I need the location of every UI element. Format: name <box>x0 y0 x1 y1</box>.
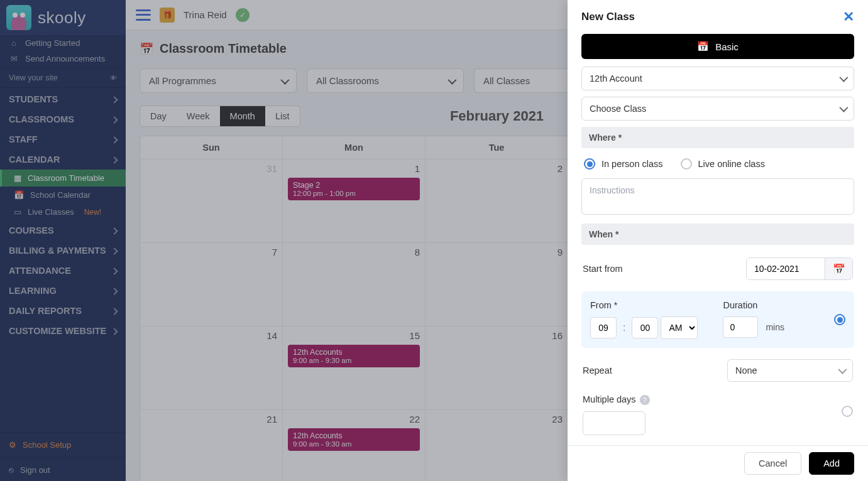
from-time-col: From * : AM <box>590 300 698 339</box>
radio-dot-icon <box>681 158 692 170</box>
multiple-days-input[interactable] <box>583 411 646 435</box>
start-from-label: Start from <box>583 264 623 274</box>
radio-label: Live online class <box>698 159 765 169</box>
account-select[interactable]: 12th Account <box>581 67 854 90</box>
minute-input[interactable] <box>632 317 658 338</box>
radio-inperson[interactable]: In person class <box>584 158 663 170</box>
panel-footer: Cancel Add <box>568 445 868 481</box>
duration-input[interactable] <box>723 316 758 338</box>
time-separator: : <box>619 322 629 333</box>
hour-input[interactable] <box>590 317 617 338</box>
repeat-row: Repeat None <box>581 353 854 388</box>
time-option-radio[interactable] <box>834 314 845 325</box>
close-icon[interactable] <box>843 9 854 25</box>
radio-dot-icon <box>842 406 853 417</box>
multiple-days-row: Multiple days? <box>581 388 854 441</box>
cancel-button[interactable]: Cancel <box>744 452 801 475</box>
start-date-field: 📅 <box>746 257 853 280</box>
mins-label: mins <box>766 322 784 332</box>
multiple-days-radio[interactable] <box>842 406 853 417</box>
ampm-select[interactable]: AM <box>661 316 698 339</box>
add-button[interactable]: Add <box>809 452 854 475</box>
when-section-label: When * <box>581 224 854 245</box>
calendar-icon: 📅 <box>697 41 709 52</box>
from-label: From * <box>590 300 698 310</box>
time-block: From * : AM Duration mins <box>581 291 854 348</box>
panel-title: New Class <box>581 11 635 23</box>
duration-label: Duration <box>723 300 784 310</box>
radio-dot-icon <box>834 314 845 325</box>
panel-header: New Class <box>568 0 868 34</box>
start-from-row: Start from 📅 <box>581 251 854 286</box>
new-class-panel: New Class 📅Basic 12th Account Choose Cla… <box>568 0 868 481</box>
repeat-select[interactable]: None <box>727 359 853 382</box>
radio-label: In person class <box>602 159 663 169</box>
select-value: 12th Account <box>590 73 642 84</box>
help-icon[interactable]: ? <box>640 395 650 405</box>
class-type-radios: In person class Live online class <box>581 154 854 178</box>
start-date-input[interactable] <box>747 258 825 279</box>
chevron-down-icon <box>840 104 846 114</box>
repeat-label: Repeat <box>583 365 612 376</box>
where-section-label: Where * <box>581 127 854 148</box>
panel-body: 📅Basic 12th Account Choose Class Where *… <box>568 34 868 445</box>
date-picker-button[interactable]: 📅 <box>825 258 852 279</box>
select-value: Choose Class <box>590 104 646 114</box>
multiple-days-label: Multiple days? <box>583 394 650 405</box>
duration-col: Duration mins <box>723 300 784 338</box>
radio-online[interactable]: Live online class <box>681 158 765 170</box>
chevron-down-icon <box>840 73 846 84</box>
chevron-down-icon <box>838 365 845 376</box>
radio-dot-icon <box>584 158 595 170</box>
calendar-icon: 📅 <box>833 263 845 275</box>
basic-label: Basic <box>715 41 739 52</box>
select-value: None <box>735 365 757 376</box>
instructions-input[interactable] <box>581 178 854 215</box>
class-select[interactable]: Choose Class <box>581 97 854 121</box>
basic-tab[interactable]: 📅Basic <box>581 34 854 59</box>
